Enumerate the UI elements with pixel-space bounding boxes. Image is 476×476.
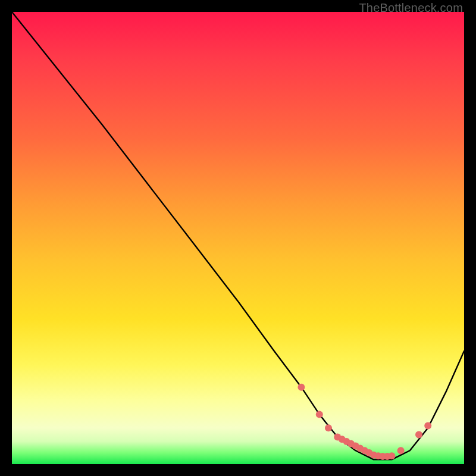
highlight-dot — [325, 424, 332, 431]
gradient-plot-area — [12, 12, 464, 464]
highlight-dot — [424, 422, 431, 429]
chart-frame: TheBottleneck.com — [0, 0, 476, 476]
highlight-dot — [298, 384, 305, 391]
highlight-dot — [388, 452, 395, 459]
watermark-text: TheBottleneck.com — [359, 1, 463, 15]
bottleneck-curve — [12, 12, 464, 459]
highlight-dot — [316, 411, 323, 418]
curve-layer — [12, 12, 464, 464]
highlight-dot — [415, 431, 422, 439]
highlight-dot — [397, 447, 405, 454]
